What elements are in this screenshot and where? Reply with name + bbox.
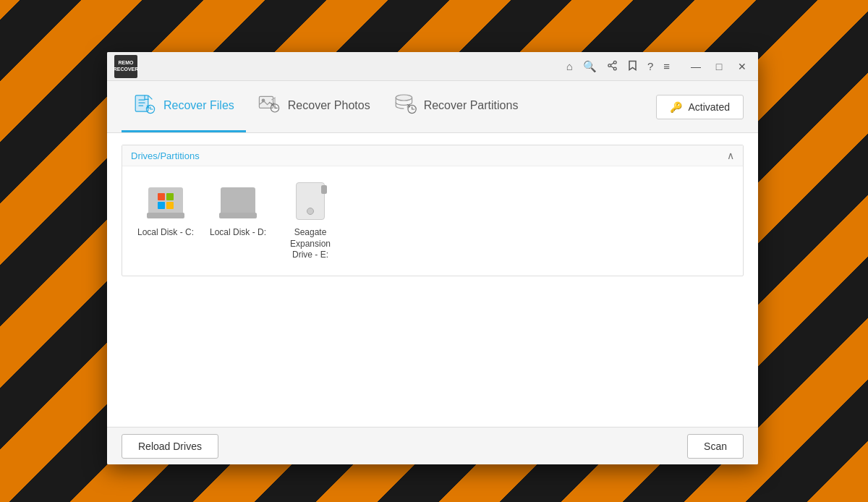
drive-d-name: Local Disk - D:	[210, 227, 266, 239]
main-content: Drives/Partitions ∧	[107, 133, 758, 427]
tab-recover-partitions[interactable]: Recover Partitions	[382, 81, 530, 132]
activated-button[interactable]: 🔑 Activated	[656, 95, 744, 119]
tab-recover-photos[interactable]: Recover Photos	[246, 81, 382, 132]
drive-d-icon-wrap	[215, 181, 261, 221]
svg-point-10	[396, 95, 412, 101]
drive-e-name: Seagate Expansion Drive - E:	[281, 227, 339, 261]
tab-recover-files[interactable]: Recover Files	[122, 81, 246, 132]
activated-label: Activated	[688, 101, 730, 113]
share-icon[interactable]	[607, 60, 618, 72]
app-window: remoRECOVER ⌂ 🔍 ?	[107, 52, 758, 464]
disk-d-icon	[221, 187, 255, 215]
tab-recover-files-label: Recover Files	[163, 99, 234, 112]
seagate-dot	[307, 208, 314, 215]
home-icon[interactable]: ⌂	[566, 61, 573, 72]
svg-point-2	[613, 67, 616, 70]
reload-drives-button[interactable]: Reload Drives	[122, 434, 218, 459]
tabs-area: Recover Files Recover Photos	[107, 81, 758, 133]
win-logo-blue	[158, 202, 165, 209]
seagate-icon	[296, 182, 325, 220]
titlebar-icons: ⌂ 🔍 ? ≡ — □	[566, 56, 752, 77]
maximize-button[interactable]: □	[709, 56, 729, 77]
help-icon[interactable]: ?	[647, 61, 653, 72]
titlebar: remoRECOVER ⌂ 🔍 ?	[107, 52, 758, 81]
app-logo: remoRECOVER	[114, 55, 137, 78]
drive-c-name: Local Disk - C:	[137, 227, 194, 239]
recover-photos-icon	[258, 92, 281, 120]
disk-d-base	[221, 187, 255, 215]
svg-line-4	[610, 63, 613, 64]
win-logo-red	[158, 193, 165, 200]
bottom-bar: Reload Drives Scan	[107, 427, 758, 464]
minimize-button[interactable]: —	[686, 56, 706, 77]
collapse-icon[interactable]: ∧	[727, 150, 734, 161]
tab-recover-photos-label: Recover Photos	[288, 99, 370, 112]
drives-list: Local Disk - C: Local Disk - D:	[122, 166, 743, 276]
tab-recover-partitions-label: Recover Partitions	[424, 99, 519, 112]
svg-line-3	[610, 66, 613, 67]
scan-button[interactable]: Scan	[687, 434, 744, 459]
menu-icon[interactable]: ≡	[663, 61, 670, 72]
search-icon[interactable]: 🔍	[583, 61, 597, 72]
close-button[interactable]: ✕	[732, 56, 752, 77]
recover-partitions-icon	[393, 92, 417, 120]
disk-c-base	[148, 187, 183, 215]
drive-e-icon-wrap	[287, 181, 333, 221]
drive-local-d[interactable]: Local Disk - D:	[209, 181, 267, 261]
windows-logo	[158, 193, 174, 209]
drives-section: Drives/Partitions ∧	[122, 145, 744, 276]
drives-header-label: Drives/Partitions	[131, 150, 200, 161]
titlebar-left: remoRECOVER	[114, 55, 137, 78]
win-logo-yellow	[166, 202, 174, 209]
recover-files-icon	[133, 92, 156, 120]
drive-seagate-e[interactable]: Seagate Expansion Drive - E:	[281, 181, 339, 261]
svg-point-0	[613, 61, 616, 64]
window-controls: — □ ✕	[686, 56, 752, 77]
key-icon: 🔑	[670, 101, 682, 113]
drive-local-c[interactable]: Local Disk - C:	[137, 181, 195, 261]
bookmark-icon[interactable]	[628, 60, 637, 72]
disk-c-icon	[148, 187, 183, 215]
drives-header: Drives/Partitions ∧	[122, 145, 743, 166]
win-logo-green	[166, 193, 174, 200]
logo-text: remoRECOVER	[114, 60, 139, 72]
svg-point-1	[608, 64, 611, 67]
drive-c-icon-wrap	[142, 181, 189, 221]
